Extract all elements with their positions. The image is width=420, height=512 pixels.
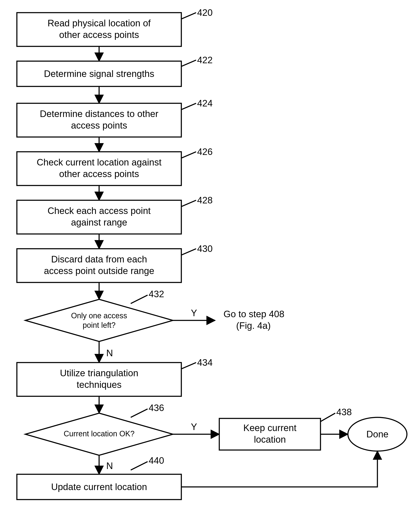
svg-marker-6: [25, 299, 173, 341]
n424-line1: Determine distances to other: [40, 109, 158, 119]
n438-line1: Keep current: [243, 423, 296, 433]
goto-step-408: Go to step 408 (Fig. 4a): [224, 309, 285, 331]
n420-line1: Read physical location of: [47, 18, 151, 28]
edge-440-done: [181, 451, 377, 487]
n428-line2: against range: [71, 217, 127, 227]
process-check-current-location: Check current location against other acc…: [17, 147, 212, 186]
n430-line2: access point outside range: [44, 266, 154, 276]
process-determine-distances: Determine distances to other access poin…: [17, 98, 212, 137]
n434-line2: techniques: [77, 379, 122, 390]
goto-line2: (Fig. 4a): [236, 320, 271, 331]
process-read-location: Read physical location of other access p…: [17, 7, 212, 46]
n428-ref: 428: [197, 195, 212, 205]
process-triangulation: Utilize triangulation techniques 434: [17, 357, 212, 396]
n440-ref: 440: [149, 455, 164, 466]
n438-line2: location: [254, 434, 286, 445]
terminator-done: Done: [348, 417, 407, 451]
n426-line2: other access points: [59, 169, 139, 179]
n438-ref: 438: [336, 407, 352, 417]
n432-line2: point left?: [83, 321, 116, 329]
n432-line1: Only one access: [71, 311, 127, 320]
n424-ref: 424: [197, 98, 212, 108]
n436-line1: Current location OK?: [64, 429, 135, 438]
label-432-Y: Y: [191, 308, 197, 318]
done-line1: Done: [366, 429, 388, 439]
label-432-N: N: [106, 348, 113, 358]
label-436-N: N: [106, 460, 113, 471]
n426-ref: 426: [197, 147, 212, 157]
process-discard-data: Discard data from each access point outs…: [17, 244, 212, 282]
n430-ref: 430: [197, 244, 212, 254]
n430-line1: Discard data from each: [51, 254, 147, 264]
n436-ref: 436: [149, 403, 164, 413]
n420-ref: 420: [197, 7, 212, 18]
n420-line2: other access points: [59, 30, 139, 40]
process-check-against-range: Check each access point against range 42…: [17, 195, 212, 234]
goto-line1: Go to step 408: [224, 309, 285, 319]
n424-line2: access points: [71, 120, 127, 130]
n428-line1: Check each access point: [47, 206, 150, 216]
n434-ref: 434: [197, 357, 212, 368]
n422-ref: 422: [197, 55, 212, 65]
label-436-Y: Y: [191, 422, 197, 432]
n432-ref: 432: [149, 289, 164, 299]
n422-line1: Determine signal strengths: [44, 68, 154, 79]
n426-line1: Check current location against: [37, 157, 162, 167]
process-keep-location: Keep current location 438: [219, 407, 352, 450]
n434-line1: Utilize triangulation: [60, 368, 138, 378]
n440-line1: Update current location: [51, 482, 147, 492]
process-signal-strengths: Determine signal strengths 422: [17, 55, 212, 86]
